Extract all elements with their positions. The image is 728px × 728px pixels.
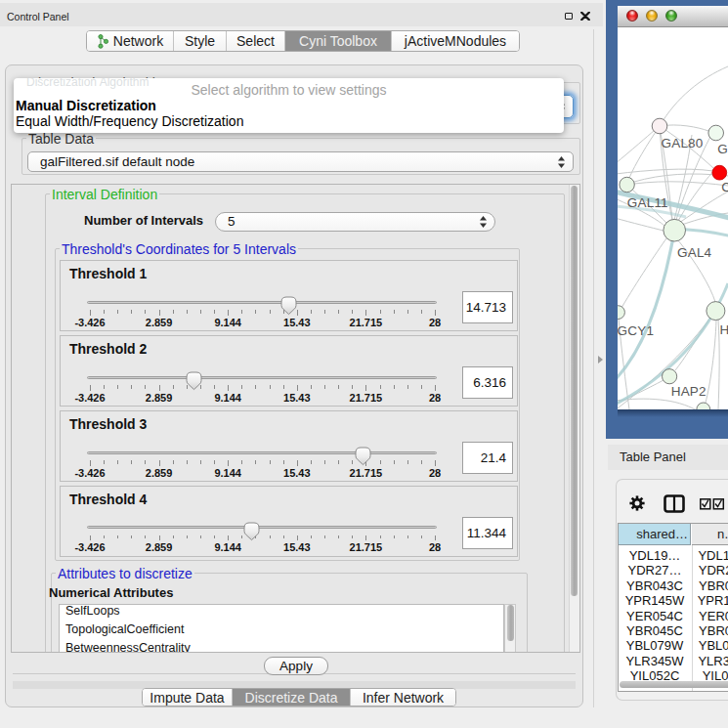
- svg-text:GCY1: GCY1: [618, 323, 654, 338]
- svg-text:H: H: [720, 322, 728, 337]
- svg-text:HAP2: HAP2: [671, 384, 707, 399]
- svg-text:GAL11: GAL11: [627, 195, 668, 210]
- svg-text:GAL80: GAL80: [662, 136, 704, 150]
- svg-text:G.: G.: [717, 142, 728, 156]
- svg-text:C: C: [721, 180, 728, 194]
- svg-text:GAL4: GAL4: [677, 245, 712, 260]
